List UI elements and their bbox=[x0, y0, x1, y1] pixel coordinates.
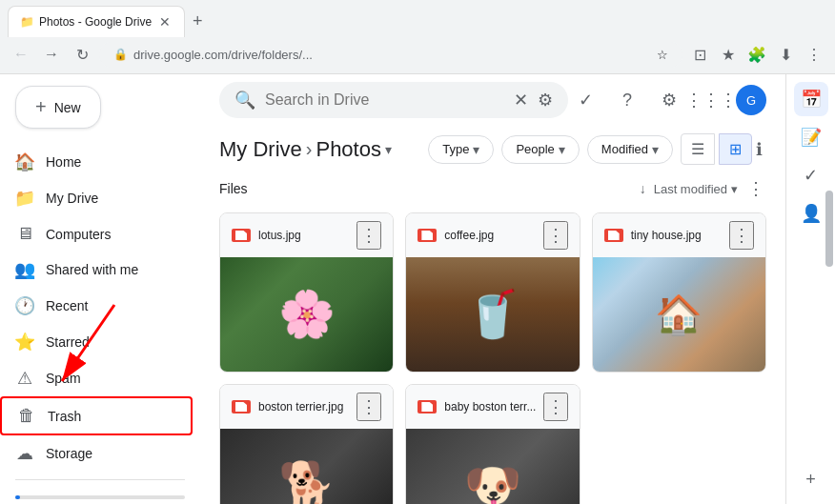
sidebar-item-home[interactable]: 🏠 Home bbox=[0, 144, 193, 180]
breadcrumb-parent[interactable]: My Drive bbox=[219, 137, 302, 162]
url-text: drive.google.com/drive/folders/... bbox=[133, 48, 651, 62]
file-card-boston-terrier[interactable]: boston terrier.jpg ⋮ bbox=[219, 384, 394, 504]
contacts-button[interactable]: 👤 bbox=[794, 196, 828, 231]
file-thumbnail bbox=[593, 257, 765, 372]
file-menu-button[interactable]: ⋮ bbox=[729, 221, 754, 250]
sidebar-item-label: Trash bbox=[48, 409, 81, 424]
clear-search-icon[interactable]: ✕ bbox=[514, 90, 528, 111]
files-section-title: Files bbox=[219, 181, 248, 196]
new-tab-button[interactable]: + bbox=[189, 8, 207, 35]
file-menu-button[interactable]: ⋮ bbox=[356, 393, 381, 421]
file-info: boston terrier.jpg bbox=[232, 400, 343, 413]
sort-button[interactable]: Last modified ▾ bbox=[654, 182, 738, 196]
file-card-header: baby boston terr... ⋮ bbox=[406, 385, 579, 429]
search-input[interactable] bbox=[265, 91, 504, 109]
sidebar-item-trash[interactable]: 🗑 Trash bbox=[0, 396, 193, 435]
calendar-button[interactable]: 📅 bbox=[794, 82, 828, 116]
grid-view-button[interactable]: ⊞ bbox=[719, 133, 752, 165]
sidebar-item-label: Spam bbox=[46, 371, 81, 386]
breadcrumb-current-label: Photos bbox=[316, 137, 381, 162]
file-card-header: lotus.jpg ⋮ bbox=[220, 213, 393, 257]
file-name: baby boston terr... bbox=[444, 400, 536, 413]
add-apps-button[interactable]: + bbox=[794, 462, 828, 496]
help-button[interactable]: ? bbox=[610, 83, 644, 117]
apps-button[interactable]: ⋮⋮⋮ bbox=[694, 83, 728, 117]
tab-favicon: 📁 bbox=[20, 15, 33, 29]
sidebar-item-storage[interactable]: ☁ Storage bbox=[0, 435, 193, 472]
app-container: + New 🏠 Home 📁 My Drive 🖥 Computers 👥 Sh… bbox=[0, 74, 835, 504]
files-more-button[interactable]: ⋮ bbox=[745, 176, 766, 201]
downloads-button[interactable]: ⬇ bbox=[772, 41, 799, 68]
top-actions: ✓ ? ⚙ ⋮⋮⋮ G bbox=[568, 83, 766, 117]
info-button[interactable]: ℹ bbox=[752, 135, 766, 164]
url-bar[interactable]: 🔒 drive.google.com/drive/folders/... ☆ bbox=[99, 42, 682, 68]
right-sidebar: 📅 📝 ✓ 👤 + bbox=[785, 74, 835, 504]
avatar[interactable]: G bbox=[736, 85, 766, 115]
file-type-icon bbox=[604, 229, 623, 242]
file-card-coffee[interactable]: coffee.jpg ⋮ bbox=[405, 212, 580, 373]
content-area: My Drive › Photos ▾ Type ▾ bbox=[200, 126, 785, 504]
extensions-button[interactable]: 🧩 bbox=[743, 41, 770, 68]
sidebar-item-label: My Drive bbox=[46, 191, 98, 206]
notes-button[interactable]: 📝 bbox=[794, 120, 828, 154]
sidebar-item-shared-with-me[interactable]: 👥 Shared with me bbox=[0, 252, 193, 288]
sidebar-item-spam[interactable]: ⚠ Spam bbox=[0, 360, 193, 396]
file-menu-button[interactable]: ⋮ bbox=[356, 221, 381, 250]
storage-icon: ☁ bbox=[15, 443, 34, 464]
search-icon: 🔍 bbox=[234, 90, 255, 111]
people-filter[interactable]: People ▾ bbox=[501, 135, 579, 164]
breadcrumb-dropdown-icon[interactable]: ▾ bbox=[385, 142, 392, 157]
file-card-baby-boston-terrier[interactable]: baby boston terr... ⋮ bbox=[405, 384, 580, 504]
view-toggle: ☰ ⊞ bbox=[681, 133, 752, 165]
storage-bar-container: 392.2 MB of 15 GB used bbox=[0, 488, 200, 504]
settings-button[interactable]: ⚙ bbox=[652, 83, 686, 117]
top-bar: 🔍 ✕ ⚙ ✓ ? ⚙ ⋮⋮⋮ G bbox=[200, 74, 785, 126]
active-tab[interactable]: 📁 Photos - Google Drive ✕ bbox=[8, 6, 185, 37]
back-button[interactable]: ← bbox=[8, 41, 34, 68]
file-card-header: tiny house.jpg ⋮ bbox=[593, 213, 765, 257]
file-type-icon bbox=[418, 229, 437, 242]
storage-bar-fill bbox=[15, 495, 20, 499]
star-icon[interactable]: ☆ bbox=[657, 48, 668, 62]
more-button[interactable]: ⋮ bbox=[801, 41, 827, 68]
file-name: tiny house.jpg bbox=[631, 229, 702, 242]
sidebar-item-starred[interactable]: ⭐ Starred bbox=[0, 324, 193, 360]
file-type-icon bbox=[232, 400, 251, 413]
filter-icon[interactable]: ⚙ bbox=[538, 90, 553, 111]
file-name: boston terrier.jpg bbox=[258, 400, 343, 413]
list-view-button[interactable]: ☰ bbox=[681, 133, 715, 165]
tab-close-button[interactable]: ✕ bbox=[157, 12, 173, 31]
forward-button[interactable]: → bbox=[38, 41, 65, 68]
type-filter[interactable]: Type ▾ bbox=[428, 135, 494, 164]
bookmark-button[interactable]: ★ bbox=[715, 41, 742, 68]
sort-label: Last modified bbox=[654, 182, 727, 196]
file-menu-button[interactable]: ⋮ bbox=[543, 221, 568, 250]
file-name: coffee.jpg bbox=[444, 229, 494, 242]
search-bar: 🔍 ✕ ⚙ bbox=[219, 82, 568, 118]
sidebar-item-computers[interactable]: 🖥 Computers bbox=[0, 216, 193, 252]
sidebar-item-my-drive[interactable]: 📁 My Drive bbox=[0, 180, 193, 216]
address-bar: ← → ↻ 🔒 drive.google.com/drive/folders/.… bbox=[0, 37, 835, 73]
file-card-lotus[interactable]: lotus.jpg ⋮ bbox=[219, 212, 394, 373]
type-filter-label: Type bbox=[442, 142, 469, 156]
file-card-header: coffee.jpg ⋮ bbox=[406, 213, 579, 257]
lock-icon: 🔒 bbox=[113, 48, 128, 61]
breadcrumb-current[interactable]: Photos ▾ bbox=[316, 137, 392, 162]
scrollbar-thumb[interactable] bbox=[825, 191, 833, 267]
tasks-button[interactable]: ✓ bbox=[794, 158, 828, 192]
sort-controls: ↓ Last modified ▾ ⋮ bbox=[640, 176, 766, 201]
screen-cast-button[interactable]: ⊡ bbox=[686, 41, 713, 68]
file-info: coffee.jpg bbox=[418, 229, 494, 242]
breadcrumb: My Drive › Photos ▾ Type ▾ bbox=[219, 126, 766, 176]
file-card-tiny-house[interactable]: tiny house.jpg ⋮ bbox=[592, 212, 766, 373]
trash-icon: 🗑 bbox=[17, 406, 36, 426]
file-menu-button[interactable]: ⋮ bbox=[543, 393, 568, 421]
storage-bar bbox=[15, 495, 185, 499]
people-filter-arrow: ▾ bbox=[559, 142, 565, 157]
sidebar-item-recent[interactable]: 🕐 Recent bbox=[0, 288, 193, 324]
shared-icon: 👥 bbox=[15, 259, 34, 280]
reload-button[interactable]: ↻ bbox=[69, 41, 95, 68]
modified-filter[interactable]: Modified ▾ bbox=[587, 135, 673, 164]
new-button[interactable]: + New bbox=[15, 86, 101, 129]
check-circle-button[interactable]: ✓ bbox=[568, 83, 602, 117]
